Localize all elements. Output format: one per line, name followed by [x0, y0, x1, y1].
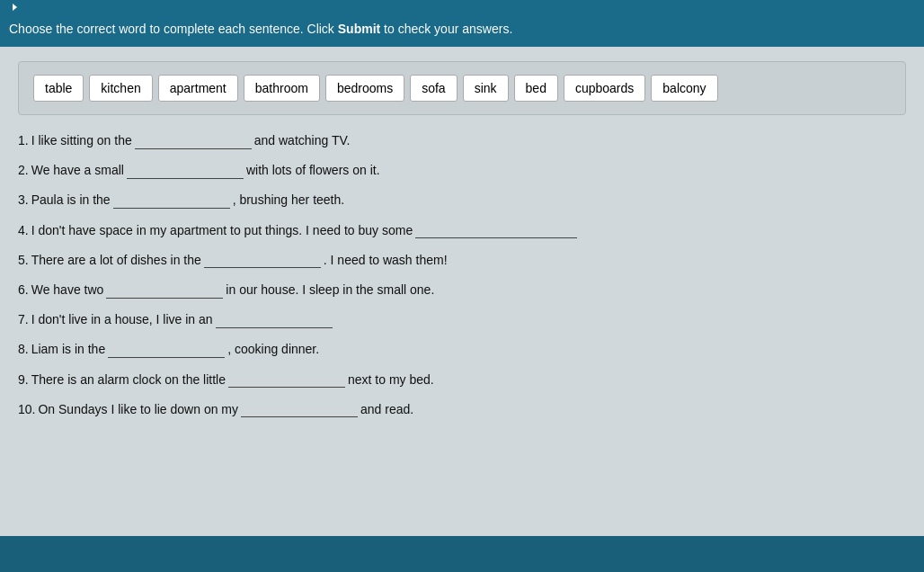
sentence-text: On Sundays I like to lie down on my: [38, 398, 238, 421]
sentence-number: 3.: [18, 189, 29, 211]
sentence-number: 10.: [18, 398, 35, 421]
word-chip-apartment[interactable]: apartment: [158, 75, 238, 102]
sentence-text: I don't live in a house, I live in an: [31, 308, 213, 331]
answer-blank[interactable]: [127, 163, 244, 179]
sentence-row: 2.We have a smallwith lots of flowers on…: [18, 159, 906, 182]
top-bar: [0, 0, 924, 14]
word-chip-bed[interactable]: bed: [514, 75, 558, 102]
sentence-row: 3.Paula is in the, brushing her teeth.: [18, 189, 906, 211]
word-chip-bathroom[interactable]: bathroom: [244, 75, 320, 102]
sentence-text: I like sitting on the: [31, 130, 132, 152]
answer-blank[interactable]: [241, 401, 358, 417]
sentence-row: 7.I don't live in a house, I live in an: [18, 308, 906, 331]
sentence-text: Paula is in the: [31, 189, 111, 211]
word-chip-sink[interactable]: sink: [463, 75, 509, 102]
main-content: tablekitchenapartmentbathroombedroomssof…: [0, 47, 924, 536]
sentence-number: 9.: [18, 369, 29, 391]
sentences-container: 1.I like sitting on theand watching TV.2…: [18, 130, 906, 421]
word-chip-kitchen[interactable]: kitchen: [89, 75, 152, 102]
sentence-text: We have a small: [31, 159, 124, 182]
sentence-text: and read.: [360, 398, 413, 421]
triangle-icon: [13, 4, 17, 11]
answer-blank[interactable]: [106, 282, 223, 299]
answer-blank[interactable]: [204, 252, 321, 268]
sentence-text: Liam is in the: [31, 338, 105, 361]
word-bank: tablekitchenapartmentbathroombedroomssof…: [18, 61, 906, 115]
sentence-row: 8.Liam is in the, cooking dinner.: [18, 338, 906, 361]
answer-blank[interactable]: [415, 222, 577, 238]
instructions-text: Choose the correct word to complete each…: [9, 22, 512, 36]
sentence-row: 5.There are a lot of dishes in the. I ne…: [18, 249, 906, 272]
answer-blank[interactable]: [216, 312, 333, 328]
sentence-number: 1.: [18, 130, 29, 152]
sentence-number: 6.: [18, 279, 29, 301]
instructions-bar: Choose the correct word to complete each…: [0, 14, 924, 47]
sentence-text: I don't have space in my apartment to pu…: [31, 219, 413, 242]
submit-bold: Submit: [338, 22, 380, 36]
sentence-text: in our house. I sleep in the small one.: [226, 279, 434, 301]
sentence-text: next to my bed.: [348, 369, 434, 391]
sentence-text: There are a lot of dishes in the: [31, 249, 201, 272]
sentence-row: 10.On Sundays I like to lie down on myan…: [18, 398, 906, 421]
sentence-text: There is an alarm clock on the little: [31, 369, 226, 391]
sentence-number: 7.: [18, 308, 29, 331]
sentence-number: 5.: [18, 249, 29, 272]
sentence-row: 9.There is an alarm clock on the littlen…: [18, 369, 906, 391]
sentence-text: and watching TV.: [254, 130, 351, 152]
word-chip-table[interactable]: table: [33, 75, 84, 102]
sentence-row: 1.I like sitting on theand watching TV.: [18, 130, 906, 152]
sentence-text: with lots of flowers on it.: [246, 159, 380, 182]
sentence-text: , cooking dinner.: [227, 338, 319, 361]
answer-blank[interactable]: [108, 342, 225, 358]
answer-blank[interactable]: [113, 192, 230, 209]
word-chip-cupboards[interactable]: cupboards: [564, 75, 645, 102]
sentence-row: 4.I don't have space in my apartment to …: [18, 219, 906, 242]
sentence-number: 8.: [18, 338, 29, 361]
sentence-number: 4.: [18, 219, 29, 242]
sentence-text: . I need to wash them!: [324, 249, 448, 272]
word-chip-sofa[interactable]: sofa: [410, 75, 457, 102]
sentence-text: , brushing her teeth.: [233, 189, 345, 211]
word-chip-bedrooms[interactable]: bedrooms: [325, 75, 404, 102]
word-chip-balcony[interactable]: balcony: [651, 75, 717, 102]
sentence-row: 6.We have twoin our house. I sleep in th…: [18, 279, 906, 301]
bottom-bar: [0, 536, 924, 572]
answer-blank[interactable]: [135, 133, 252, 149]
sentence-number: 2.: [18, 159, 29, 182]
answer-blank[interactable]: [228, 371, 345, 388]
sentence-text: We have two: [31, 279, 104, 301]
